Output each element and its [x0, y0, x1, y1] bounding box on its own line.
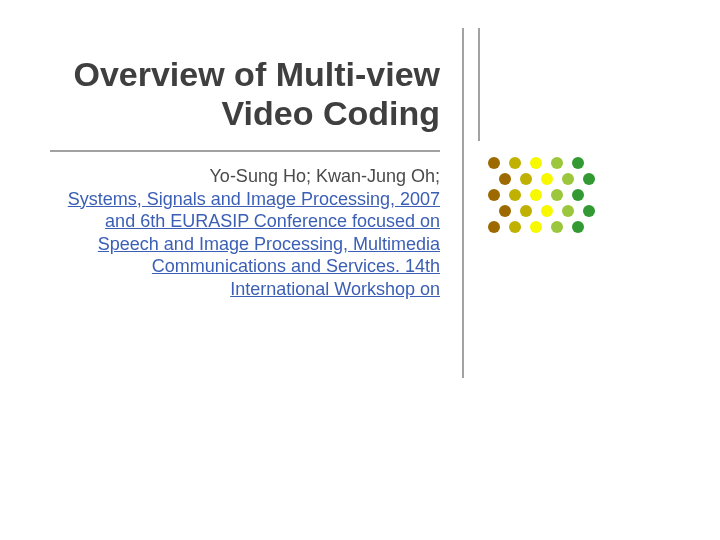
authors-text: Yo-Sung Ho; Kwan-Jung Oh;	[210, 166, 440, 186]
dot-icon	[562, 173, 574, 185]
dot-icon	[572, 189, 584, 201]
dot-icon	[530, 221, 542, 233]
dot-icon	[520, 205, 532, 217]
dot-icon	[509, 221, 521, 233]
dot-icon	[499, 173, 511, 185]
dot-icon	[488, 189, 500, 201]
dot-icon	[530, 189, 542, 201]
dot-icon	[541, 173, 553, 185]
dot-icon	[572, 221, 584, 233]
dot-icon	[530, 157, 542, 169]
dot-icon	[551, 189, 563, 201]
dot-icon	[583, 205, 595, 217]
dot-icon	[551, 157, 563, 169]
dot-icon	[583, 173, 595, 185]
horizontal-divider	[50, 150, 440, 152]
dot-icon	[541, 205, 553, 217]
dot-icon	[499, 205, 511, 217]
dot-icon	[509, 157, 521, 169]
dot-icon	[509, 189, 521, 201]
body-text-block: Yo-Sung Ho; Kwan-Jung Oh; Systems, Signa…	[50, 165, 440, 300]
dot-icon	[551, 221, 563, 233]
dot-icon	[572, 157, 584, 169]
dot-icon	[520, 173, 532, 185]
vertical-divider-long-icon	[462, 28, 464, 378]
decorative-dot-cluster	[488, 157, 598, 237]
slide-title: Overview of Multi-view Video Coding	[50, 55, 440, 133]
publication-link[interactable]: Systems, Signals and Image Processing, 2…	[68, 189, 440, 299]
dot-icon	[488, 221, 500, 233]
dot-icon	[562, 205, 574, 217]
vertical-divider-short-icon	[478, 28, 480, 141]
dot-icon	[488, 157, 500, 169]
